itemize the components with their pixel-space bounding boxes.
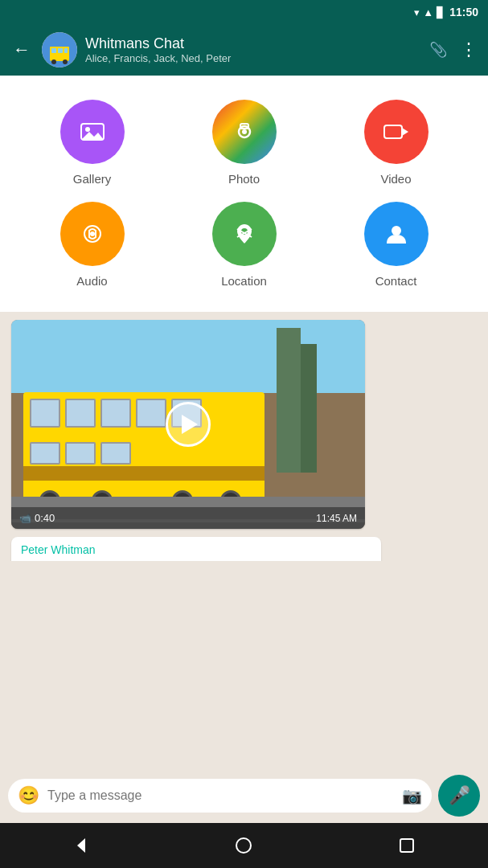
attachment-gallery[interactable]: Gallery — [16, 100, 168, 186]
video-duration: 📹 0:40 — [19, 512, 55, 524]
svg-point-7 — [63, 59, 68, 64]
video-label: Video — [380, 172, 411, 186]
message-sender: Peter Whitman — [21, 543, 371, 556]
audio-label: Audio — [76, 274, 107, 288]
svg-rect-24 — [400, 839, 413, 852]
input-container: 😊 📷 — [8, 779, 432, 813]
location-circle — [212, 202, 277, 266]
input-bar: 😊 📷 🎤 — [0, 768, 488, 823]
attach-icon[interactable]: 📎 — [429, 41, 447, 59]
svg-point-17 — [90, 231, 95, 236]
audio-circle — [60, 202, 125, 266]
wifi-icon: ▾ — [414, 6, 420, 18]
contact-circle — [364, 202, 429, 266]
signal-icon: ▲ — [423, 6, 433, 18]
svg-rect-3 — [51, 48, 56, 53]
group-avatar[interactable] — [42, 32, 77, 68]
status-icons: ▾ ▲ ▊ — [414, 6, 445, 18]
video-cam-icon: 📹 — [19, 513, 31, 524]
recent-nav-button[interactable] — [398, 837, 416, 854]
emoji-button[interactable]: 😊 — [18, 785, 39, 806]
camera-button[interactable]: 📷 — [402, 786, 422, 805]
text-message-bubble: Peter Whitman Nice! I definitely feel li… — [11, 537, 381, 561]
status-time: 11:50 — [449, 6, 478, 18]
video-circle — [364, 100, 429, 164]
back-nav-button[interactable] — [72, 837, 90, 854]
message-text: Nice! I definitely feel like surfing thi… — [21, 559, 371, 561]
svg-marker-22 — [77, 838, 85, 853]
header-actions: 📎 ⋮ — [429, 39, 478, 60]
header-info: Whitmans Chat Alice, Francis, Jack, Ned,… — [85, 35, 421, 64]
attachment-menu: Gallery Photo Video Audio — [0, 76, 488, 312]
status-bar: ▾ ▲ ▊ 11:50 — [0, 0, 488, 24]
chat-title: Whitmans Chat — [85, 35, 421, 52]
back-button[interactable]: ← — [10, 36, 34, 63]
attachment-audio[interactable]: Audio — [16, 202, 168, 288]
svg-rect-5 — [64, 48, 68, 53]
attachment-photo[interactable]: Photo — [168, 100, 320, 186]
mic-button[interactable]: 🎤 — [438, 775, 480, 817]
photo-circle — [212, 100, 277, 164]
video-message-bubble[interactable]: 📹 0:40 11:45 AM — [11, 320, 365, 529]
svg-marker-15 — [402, 128, 408, 136]
gallery-circle — [60, 100, 125, 164]
svg-point-6 — [51, 59, 56, 64]
mic-icon: 🎤 — [449, 785, 470, 806]
svg-point-13 — [242, 129, 247, 134]
svg-point-23 — [236, 838, 251, 853]
location-label: Location — [221, 274, 267, 288]
chat-area: 📹 0:40 11:45 AM Peter Whitman Nice! I de… — [0, 312, 488, 561]
chat-subtitle: Alice, Francis, Jack, Ned, Peter — [85, 52, 421, 64]
contact-label: Contact — [375, 274, 417, 288]
svg-marker-10 — [81, 132, 104, 140]
nav-bar — [0, 823, 488, 868]
battery-icon: ▊ — [437, 6, 445, 18]
svg-rect-14 — [384, 125, 402, 138]
svg-point-9 — [85, 127, 90, 132]
video-thumbnail: 📹 0:40 11:45 AM — [11, 320, 365, 529]
attachment-grid: Gallery Photo Video Audio — [0, 92, 488, 304]
svg-point-21 — [392, 226, 401, 235]
attachment-location[interactable]: Location — [168, 202, 320, 288]
video-meta: 📹 0:40 11:45 AM — [11, 507, 365, 529]
attachment-contact[interactable]: Contact — [320, 202, 472, 288]
home-nav-button[interactable] — [235, 837, 252, 854]
play-button[interactable] — [166, 402, 211, 447]
more-options-icon[interactable]: ⋮ — [460, 39, 478, 60]
chat-header: ← Whitmans Chat Alice, Francis, Jack, Ne… — [0, 24, 488, 76]
attachment-video[interactable]: Video — [320, 100, 472, 186]
gallery-label: Gallery — [73, 172, 112, 186]
video-timestamp: 11:45 AM — [316, 513, 357, 524]
message-input[interactable] — [47, 788, 394, 803]
photo-label: Photo — [228, 172, 260, 186]
svg-rect-4 — [58, 48, 63, 53]
